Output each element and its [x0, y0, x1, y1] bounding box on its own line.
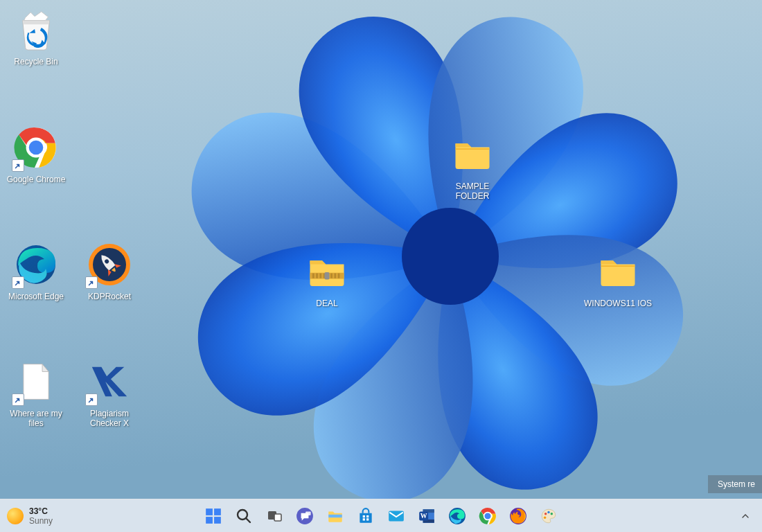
svg-point-47 — [551, 513, 553, 515]
weather-sun-icon — [7, 508, 24, 524]
desktop-icon-sample-folder[interactable]: SAMPLE FOLDER — [438, 130, 507, 201]
file-explorer-icon — [326, 507, 344, 525]
svg-rect-15 — [330, 274, 333, 278]
chat-icon — [296, 507, 314, 525]
taskbar-center: W — [204, 506, 558, 526]
chevron-up-icon — [740, 511, 751, 522]
desktop-icon-label: Recycle Bin — [1, 57, 71, 66]
mail-icon — [387, 507, 405, 525]
notification-toast[interactable]: System re — [708, 475, 762, 493]
plagiarism-icon — [85, 357, 134, 406]
weather-condition: Sunny — [29, 516, 53, 526]
edge-icon — [448, 507, 466, 525]
firefox-icon — [509, 507, 527, 525]
chat-button[interactable] — [295, 506, 314, 526]
desktop-icon-windows11-ios[interactable]: WINDOWS11 IOS — [583, 247, 653, 308]
desktop-icon-kdprocket[interactable]: KDPRocket — [75, 240, 144, 301]
shortcut-overlay-icon — [12, 276, 24, 289]
desktop-icon-label: WINDOWS11 IOS — [583, 299, 653, 308]
desktop-icon-label: Google Chrome — [1, 175, 71, 184]
shortcut-overlay-icon — [85, 276, 98, 289]
notification-text: System re — [718, 479, 755, 489]
start-button[interactable] — [204, 506, 223, 526]
desktop-icon-label: SAMPLE FOLDER — [438, 181, 507, 201]
store-button[interactable] — [356, 506, 375, 526]
desktop-icon-plagiarism[interactable]: Plagiarism Checker X — [75, 357, 144, 428]
shortcut-overlay-icon — [12, 393, 24, 406]
svg-rect-12 — [320, 274, 322, 278]
chrome-button[interactable] — [478, 506, 497, 526]
paint-icon — [540, 507, 558, 525]
svg-rect-29 — [328, 514, 342, 517]
svg-line-24 — [246, 518, 250, 522]
store-icon — [357, 507, 375, 525]
desktop-icon-label: KDPRocket — [75, 292, 144, 301]
desktop-icon-recycle-bin[interactable]: Recycle Bin — [1, 6, 71, 66]
windows-logo-icon — [204, 507, 222, 525]
search-icon — [236, 508, 252, 524]
weather-temp: 33°C — [29, 506, 53, 516]
desktop-icon-where-files[interactable]: Where are my files — [1, 357, 71, 428]
search-button[interactable] — [234, 506, 254, 526]
svg-rect-16 — [335, 274, 337, 278]
tray-chevron-button[interactable] — [736, 506, 755, 526]
svg-rect-21 — [206, 517, 213, 524]
svg-rect-32 — [363, 518, 365, 520]
taskbar-weather[interactable]: 33°C Sunny — [7, 499, 53, 532]
svg-point-45 — [544, 513, 547, 515]
folder-icon — [594, 247, 642, 296]
file-explorer-button[interactable] — [326, 506, 345, 526]
word-button[interactable]: W — [417, 506, 436, 526]
svg-text:W: W — [420, 512, 427, 520]
svg-rect-11 — [316, 274, 318, 278]
svg-rect-19 — [206, 508, 213, 515]
svg-point-48 — [544, 516, 546, 518]
firefox-button[interactable] — [508, 506, 528, 526]
svg-marker-1 — [24, 12, 48, 21]
desktop-icon-deal[interactable]: DEAL — [292, 247, 362, 308]
paint-button[interactable] — [539, 506, 558, 526]
taskbar: 33°C Sunny — [0, 499, 762, 532]
desktop-icon-label: Where are my files — [1, 409, 71, 428]
svg-rect-33 — [366, 518, 369, 520]
svg-point-46 — [547, 511, 549, 513]
system-tray — [736, 499, 755, 532]
svg-rect-31 — [366, 515, 369, 517]
kdprocket-icon — [85, 240, 134, 289]
zip-folder-icon — [303, 247, 351, 296]
desktop[interactable]: Recycle Bin Google Chrome — [0, 0, 762, 499]
svg-rect-26 — [274, 514, 281, 521]
shortcut-overlay-icon — [12, 159, 24, 172]
folder-icon — [448, 130, 497, 179]
desktop-icon-edge[interactable]: Microsoft Edge — [1, 240, 71, 301]
desktop-icon-label: Plagiarism Checker X — [75, 409, 144, 428]
recycle-bin-icon — [12, 6, 60, 54]
desktop-icon-label: Microsoft Edge — [1, 292, 71, 301]
svg-rect-28 — [305, 511, 311, 515]
edge-icon — [12, 240, 60, 289]
desktop-icon-chrome[interactable]: Google Chrome — [1, 123, 71, 184]
svg-rect-20 — [214, 508, 221, 515]
svg-rect-30 — [363, 515, 365, 517]
edge-button[interactable] — [448, 506, 467, 526]
file-icon — [12, 357, 60, 406]
shortcut-overlay-icon — [85, 393, 98, 406]
chrome-icon — [479, 507, 497, 525]
svg-rect-17 — [338, 274, 340, 278]
svg-rect-22 — [214, 517, 221, 524]
taskview-icon — [266, 508, 283, 524]
taskview-button[interactable] — [265, 506, 284, 526]
chrome-icon — [12, 123, 60, 172]
word-icon: W — [418, 507, 436, 525]
desktop-icon-label: DEAL — [292, 299, 362, 308]
svg-rect-18 — [325, 272, 330, 280]
mail-button[interactable] — [387, 506, 406, 526]
svg-rect-10 — [312, 274, 314, 278]
